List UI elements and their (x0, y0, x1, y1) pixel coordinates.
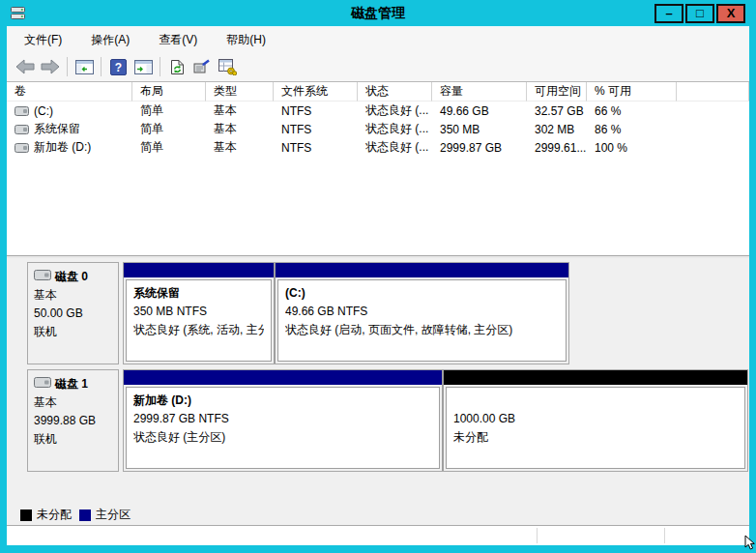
disk-status: 联机 (34, 323, 112, 341)
volume-name: 新加卷 (D:) (34, 139, 91, 156)
partition-d-drive[interactable]: 新加卷 (D:) 2999.87 GB NTFS 状态良好 (主分区) (124, 370, 444, 471)
volume-name: (C:) (34, 104, 53, 118)
volume-capacity: 2999.87 GB (432, 141, 527, 155)
disk-icon (34, 268, 51, 286)
toolbar-separator (101, 57, 102, 76)
partition-title: 新加卷 (D:) (133, 392, 432, 410)
partition-title: 系统保留 (133, 284, 264, 303)
menu-view[interactable]: 查看(V) (155, 30, 201, 50)
disk-name: 磁盘 0 (55, 268, 88, 286)
legend-item-primary-partition: 主分区 (79, 507, 131, 523)
volume-layout: 简单 (132, 139, 206, 156)
toolbar: ? (7, 52, 749, 82)
graphical-view: 磁盘 0 基本 50.00 GB 联机 系统保留 350 MB NTFS 状态良… (7, 258, 749, 525)
disk-0-partitions: 系统保留 350 MB NTFS 状态良好 (系统, 活动, 主分区) (C:)… (123, 262, 569, 364)
properties-icon[interactable] (189, 55, 215, 78)
mouse-cursor-icon (744, 535, 755, 553)
column-header-type[interactable]: 类型 (206, 82, 274, 102)
partition-color-stripe (276, 263, 568, 277)
legend-label: 主分区 (96, 507, 131, 523)
volume-filesystem: NTFS (274, 141, 358, 155)
disk-1-partitions: 新加卷 (D:) 2999.87 GB NTFS 状态良好 (主分区) 1000… (123, 369, 748, 472)
disk-icon (34, 375, 51, 393)
partition-color-stripe (124, 263, 274, 277)
partition-size: 350 MB NTFS (133, 303, 264, 321)
disk-1-label-panel[interactable]: 磁盘 1 基本 3999.88 GB 联机 (27, 369, 119, 472)
volume-status: 状态良好 (... (358, 121, 432, 137)
table-row[interactable]: 新加卷 (D:) 简单 基本 NTFS 状态良好 (... 2999.87 GB… (7, 138, 749, 157)
disk-size: 50.00 GB (34, 305, 112, 323)
partition-status: 状态良好 (启动, 页面文件, 故障转储, 主分区) (285, 321, 559, 339)
minimize-button[interactable]: – (654, 4, 683, 23)
table-row[interactable]: (C:) 简单 基本 NTFS 状态良好 (... 49.66 GB 32.57… (7, 102, 749, 120)
volume-capacity: 350 MB (432, 123, 527, 136)
partition-unallocated[interactable]: 1000.00 GB 未分配 (444, 370, 747, 471)
partition-size: 49.66 GB NTFS (285, 303, 559, 321)
status-bar (7, 525, 749, 545)
column-header-filesystem[interactable]: 文件系统 (274, 82, 358, 102)
partition-title (453, 392, 738, 410)
volume-percent-free: 66 % (587, 104, 677, 118)
column-header-layout[interactable]: 布局 (132, 82, 206, 102)
menubar: 文件(F) 操作(A) 查看(V) 帮助(H) (7, 27, 749, 52)
partition-status: 未分配 (453, 428, 738, 447)
statusbar-separator (537, 528, 538, 543)
volume-name: 系统保留 (34, 121, 80, 137)
table-row[interactable]: 系统保留 简单 基本 NTFS 状态良好 (... 350 MB 302 MB … (7, 120, 749, 138)
disk-size: 3999.88 GB (34, 412, 112, 430)
toolbar-separator (160, 57, 160, 76)
volume-type: 基本 (206, 102, 274, 119)
volume-list-header: 卷 布局 类型 文件系统 状态 容量 可用空间 % 可用 (7, 82, 749, 102)
volume-icon (15, 143, 29, 153)
partition-c-drive[interactable]: (C:) 49.66 GB NTFS 状态良好 (启动, 页面文件, 故障转储,… (276, 263, 568, 364)
partition-system-reserved[interactable]: 系统保留 350 MB NTFS 状态良好 (系统, 活动, 主分区) (124, 263, 276, 364)
menu-action[interactable]: 操作(A) (87, 30, 133, 50)
disk-status: 联机 (34, 430, 112, 449)
volume-free-space: 302 MB (527, 123, 587, 136)
volume-filesystem: NTFS (274, 104, 358, 118)
volume-capacity: 49.66 GB (432, 104, 527, 118)
column-header-free-space[interactable]: 可用空间 (527, 82, 587, 102)
column-header-capacity[interactable]: 容量 (432, 82, 527, 102)
svg-text:?: ? (114, 60, 121, 73)
legend-swatch (79, 509, 91, 521)
disk-0-label-panel[interactable]: 磁盘 0 基本 50.00 GB 联机 (27, 262, 119, 364)
partition-color-stripe (124, 370, 442, 385)
disk-name: 磁盘 1 (55, 375, 88, 393)
menu-file[interactable]: 文件(F) (20, 30, 66, 50)
back-icon[interactable] (13, 55, 38, 78)
column-header-volume[interactable]: 卷 (7, 82, 132, 102)
close-button[interactable]: X (716, 4, 745, 23)
volume-layout: 简单 (132, 102, 206, 119)
volume-percent-free: 100 % (587, 141, 677, 155)
column-header-percent-free[interactable]: % 可用 (587, 82, 677, 102)
column-header-filler (677, 82, 749, 102)
partition-color-stripe (444, 370, 747, 385)
disk-type: 基本 (34, 286, 112, 305)
disk-management-window: 磁盘管理 – □ X 文件(F) 操作(A) 查看(V) 帮助(H) (0, 0, 756, 553)
action-pane-icon[interactable] (131, 55, 156, 78)
titlebar: 磁盘管理 – □ X (7, 0, 749, 26)
console-tree-icon[interactable] (72, 55, 97, 78)
partition-status: 状态良好 (系统, 活动, 主分区) (133, 321, 264, 339)
disk-1-row: 磁盘 1 基本 3999.88 GB 联机 新加卷 (D:) 2999.87 G… (27, 369, 749, 472)
partition-title: (C:) (285, 284, 559, 303)
volume-list: 卷 布局 类型 文件系统 状态 容量 可用空间 % 可用 (C:) 简单 基本 (7, 82, 749, 255)
partition-size: 2999.87 GB NTFS (133, 410, 432, 428)
partition-size: 1000.00 GB (453, 410, 738, 428)
forward-icon[interactable] (38, 55, 63, 78)
partition-status: 状态良好 (主分区) (133, 428, 432, 447)
help-icon[interactable]: ? (105, 55, 131, 78)
column-header-status[interactable]: 状态 (358, 82, 432, 102)
legend: 未分配 主分区 (7, 505, 749, 525)
volume-status: 状态良好 (... (358, 139, 432, 156)
maximize-button[interactable]: □ (685, 4, 714, 23)
volume-free-space: 2999.61... (527, 141, 587, 155)
manage-icon[interactable] (215, 55, 240, 78)
volume-filesystem: NTFS (274, 123, 358, 136)
legend-item-unallocated: 未分配 (20, 507, 72, 523)
refresh-icon[interactable] (164, 55, 189, 78)
volume-free-space: 32.57 GB (527, 104, 587, 118)
menu-help[interactable]: 帮助(H) (222, 30, 270, 50)
disk-type: 基本 (34, 393, 112, 412)
